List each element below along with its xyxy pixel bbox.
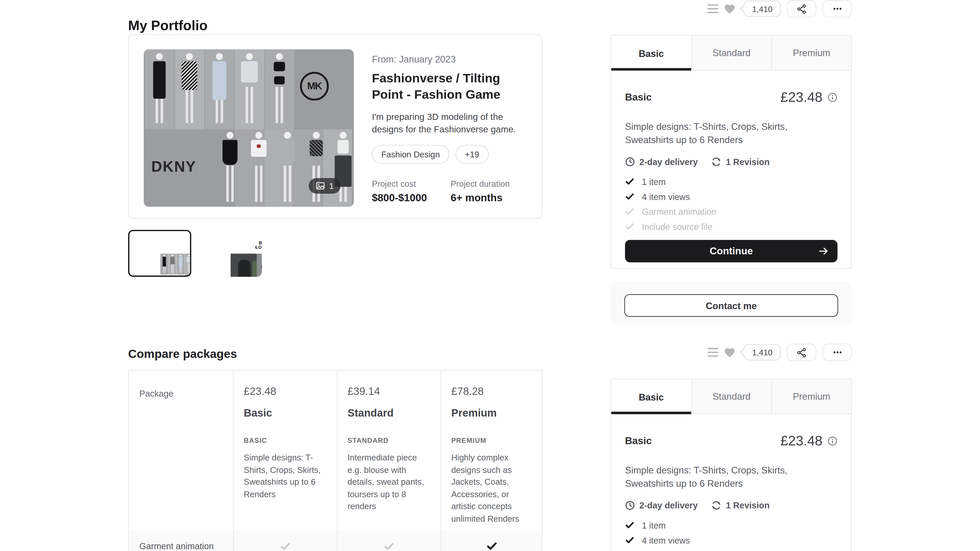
contact-section: Contact me [611, 281, 852, 325]
more-options-button[interactable] [822, 344, 852, 361]
heart-icon[interactable] [724, 346, 736, 359]
package-column-basic: £23.48 Basic BASIC Simple designs: T-Shi… [233, 370, 337, 531]
standard-name: Standard [348, 407, 431, 420]
project-title: Fashionverse / Tilting Point - Fashion G… [372, 70, 529, 102]
image-count-badge: 1 [309, 178, 340, 194]
tab-premium[interactable]: Premium [771, 36, 851, 71]
arrow-right-icon [818, 245, 829, 257]
feature-item: 1 item [625, 520, 838, 530]
package-tabs: Basic Standard Premium [611, 36, 851, 71]
offer-description: Simple designs: T-Shirts, Crops, Skirts,… [625, 464, 838, 490]
feature-list: 1 item 4 item views Garment animation In… [625, 177, 838, 231]
standard-price: £39.14 [348, 386, 431, 398]
compare-packages-table: Package £23.48 Basic BASIC Simple design… [128, 370, 542, 551]
check-icon [486, 540, 497, 551]
project-cost-value: $800-$1000 [372, 192, 451, 204]
mannequin-figure [235, 53, 264, 127]
offer-name: Basic [625, 435, 652, 447]
feature-list: 1 item 4 item views Garment animation In… [625, 520, 838, 551]
thumbnail-1-selected[interactable]: MK DKNY [128, 230, 191, 277]
check-icon [625, 535, 635, 545]
share-icon [796, 347, 807, 358]
portfolio-project-card: MK DKNY 1 From: January 2023 Fashionvers… [128, 35, 542, 219]
project-duration-label: Project duration [451, 179, 530, 189]
share-button[interactable] [787, 344, 816, 361]
package-column-premium: £78.28 Premium PREMIUM Highly complex de… [441, 370, 542, 531]
offer-price: £23.48 [780, 89, 822, 106]
mannequin-figure [216, 132, 245, 206]
basic-price: £23.48 [244, 386, 327, 398]
clock-icon [625, 500, 635, 510]
mannequin-figure [273, 132, 302, 206]
likes-count-badge: 1,410 [744, 0, 780, 17]
package-column-standard: £39.14 Standard STANDARD Intermediate pi… [337, 370, 441, 531]
thumbnail-2[interactable]: BY ŁOHA [199, 230, 262, 277]
mannequin-figure [175, 53, 204, 127]
premium-price: £78.28 [451, 386, 532, 398]
likes-count-badge: 1,410 [744, 344, 780, 360]
project-image[interactable]: MK DKNY 1 [144, 49, 354, 206]
dkny-brand-logo: DKNY [151, 158, 196, 176]
basic-tier-label: BASIC [244, 437, 327, 444]
tab-basic[interactable]: Basic [611, 380, 691, 414]
mannequin-figure [329, 132, 354, 206]
mannequin-figure [265, 53, 294, 127]
feature-row-label: Garment animation [129, 531, 233, 551]
more-dots-icon [832, 3, 843, 14]
offer-description: Simple designs: T-Shirts, Crops, Skirts,… [625, 120, 838, 146]
gig-actions-row: 1,410 [708, 0, 852, 17]
mannequin-figure [245, 132, 273, 206]
menu-icon[interactable] [708, 348, 718, 357]
project-cost-label: Project cost [372, 179, 451, 189]
check-icon [625, 192, 635, 201]
tab-basic[interactable]: Basic [611, 36, 691, 71]
menu-icon[interactable] [708, 4, 718, 14]
revision-count: 1 Revision [726, 500, 770, 510]
likes-count: 1,410 [752, 348, 773, 357]
likes-count: 1,410 [752, 4, 773, 14]
share-icon [796, 3, 807, 14]
feature-check-premium [441, 531, 542, 551]
tab-standard[interactable]: Standard [691, 36, 771, 71]
premium-tier-label: PREMIUM [451, 437, 532, 444]
project-description: I'm preparing 3D modeling of the designs… [372, 110, 529, 135]
price-info-icon[interactable] [827, 436, 837, 446]
page-title: My Portfolio [128, 17, 207, 34]
standard-description: Intermediate piece e.g. blouse with deta… [348, 452, 431, 513]
mannequin-figure [145, 53, 174, 127]
check-icon [625, 520, 635, 530]
offer-price: £23.48 [780, 433, 822, 449]
share-button[interactable] [787, 0, 816, 17]
offer-name: Basic [625, 92, 652, 103]
price-info-icon[interactable] [827, 92, 837, 102]
premium-name: Premium [451, 407, 532, 420]
project-info: From: January 2023 Fashionverse / Tiltin… [372, 54, 529, 204]
package-row-label: Package [139, 389, 173, 399]
clock-icon [625, 157, 635, 167]
delivery-time: 2-day delivery [639, 500, 698, 510]
feature-check-standard [337, 531, 441, 551]
check-icon [280, 541, 291, 551]
tab-premium[interactable]: Premium [771, 380, 851, 414]
tag-fashion-design[interactable]: Fashion Design [372, 145, 449, 164]
mannequin-figure [302, 132, 331, 206]
standard-tier-label: STANDARD [348, 437, 431, 444]
project-duration-value: 6+ months [451, 192, 530, 204]
basic-description: Simple designs: T-Shirts, Crops, Skirts,… [244, 452, 327, 500]
feature-item: 4 item views [625, 192, 838, 201]
feature-item: Garment animation [625, 207, 838, 216]
continue-label: Continue [710, 245, 753, 257]
delivery-time: 2-day delivery [639, 157, 698, 167]
premium-description: Highly complex designs such as Jackets, … [451, 452, 532, 525]
tag-row: Fashion Design +19 [372, 145, 529, 164]
check-icon [384, 541, 395, 551]
contact-me-button[interactable]: Contact me [625, 294, 838, 317]
more-options-button[interactable] [822, 0, 852, 17]
revision-count: 1 Revision [726, 157, 770, 167]
continue-button[interactable]: Continue [625, 240, 838, 262]
mk-brand-logo: MK [300, 72, 329, 101]
basic-name: Basic [244, 407, 327, 420]
heart-icon[interactable] [724, 3, 736, 15]
tag-more-count[interactable]: +19 [455, 145, 489, 164]
tab-standard[interactable]: Standard [691, 380, 771, 414]
